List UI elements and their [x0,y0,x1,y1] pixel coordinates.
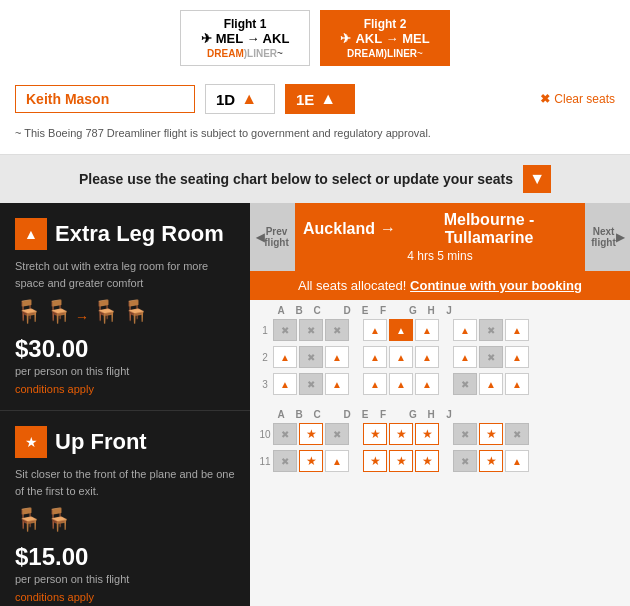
left-panel: ▲ Extra Leg Room Stretch out with extra … [0,203,250,606]
seat-1D[interactable]: ▲ [363,319,387,341]
up-front-header: ★ Up Front [15,426,235,458]
seat-badge-1[interactable]: 1D ▲ [205,84,275,114]
seat-row-2: 2 ▲ ✖ ▲ ▲ ▲ ▲ ▲ ✖ ▲ [258,345,622,369]
plane-icon-1: ✈ [201,31,212,46]
seat-10D[interactable]: ★ [363,423,387,445]
next-flight-button[interactable]: Next flight ▶ [585,203,630,271]
seat-3D[interactable]: ▲ [363,373,387,395]
up-front-section: ★ Up Front Sit closer to the front of th… [0,411,250,606]
person-icon-4: 🪑 [122,299,149,325]
flight-duration: 4 hrs 5 mins [303,249,577,263]
seat-3J[interactable]: ▲ [505,373,529,395]
seat-2C[interactable]: ▲ [325,346,349,368]
col-B: B [290,305,308,316]
extra-leg-price: $30.00 [15,335,235,363]
seat-3A[interactable]: ▲ [273,373,297,395]
flight-tab-1[interactable]: Flight 1 ✈ MEL → AKL DREAM)LINER~ [180,10,310,66]
passenger-row: Keith Mason 1D ▲ 1E ▲ ✖ Clear seats [15,76,615,122]
seat-10G[interactable]: ✖ [453,423,477,445]
seat-11A[interactable]: ✖ [273,450,297,472]
col-labels-row-2: A B C D E F G H J [258,409,622,420]
seat-3G[interactable]: ✖ [453,373,477,395]
instructions-text: Please use the seating chart below to se… [79,171,513,187]
seat-11D[interactable]: ★ [363,450,387,472]
seat-1G[interactable]: ▲ [453,319,477,341]
passenger-name: Keith Mason [15,85,195,113]
person-icon-5: 🪑 [15,507,42,533]
col-F: F [374,305,392,316]
seat-1J[interactable]: ▲ [505,319,529,341]
grid-spacer [258,399,622,409]
seat-10J[interactable]: ✖ [505,423,529,445]
up-front-conditions[interactable]: conditions apply [15,591,235,603]
seat-map-panel: ◀ Prev flight Auckland → Melbourne - Tul… [250,203,630,606]
person-icon-6: 🪑 [45,507,72,533]
person-icon-1: 🪑 [15,299,42,325]
seat-badge-2[interactable]: 1E ▲ [285,84,355,114]
seat-1C[interactable]: ✖ [325,319,349,341]
seat-10C[interactable]: ✖ [325,423,349,445]
extra-leg-title: Extra Leg Room [55,221,224,247]
seat-1H[interactable]: ✖ [479,319,503,341]
seat-1F[interactable]: ▲ [415,319,439,341]
seat-2E[interactable]: ▲ [389,346,413,368]
down-arrow-icon: ▼ [523,165,551,193]
extra-leg-icon: ▲ [15,218,47,250]
seat-3C[interactable]: ▲ [325,373,349,395]
flight-route-display: Auckland → Melbourne - Tullamarine [303,211,577,247]
flight1-brand: DREAM)LINER~ [193,48,297,59]
col-A: A [272,305,290,316]
seat-grid: A B C D E F G H J 1 ✖ ✖ ✖ ▲ ▲ ▲ [250,300,630,481]
seat-10B[interactable]: ★ [299,423,323,445]
extra-leg-price-sub: per person on this flight [15,365,235,377]
seat-3E[interactable]: ▲ [389,373,413,395]
seat-2B[interactable]: ✖ [299,346,323,368]
top-section: Flight 1 ✈ MEL → AKL DREAM)LINER~ Flight… [0,0,630,155]
extra-leg-conditions[interactable]: conditions apply [15,383,235,395]
up-front-icons: 🪑 🪑 [15,507,235,533]
flight-header: Auckland → Melbourne - Tullamarine 4 hrs… [295,203,585,271]
seat-2F[interactable]: ▲ [415,346,439,368]
extra-leg-room-section: ▲ Extra Leg Room Stretch out with extra … [0,203,250,411]
extra-leg-room-header: ▲ Extra Leg Room [15,218,235,250]
seat-row-10: 10 ✖ ★ ✖ ★ ★ ★ ✖ ★ ✖ [258,422,622,446]
seat-2D[interactable]: ▲ [363,346,387,368]
continue-booking-link[interactable]: Continue with your booking [410,278,582,293]
seat-2H[interactable]: ✖ [479,346,503,368]
seat-11G[interactable]: ✖ [453,450,477,472]
seat2-arrow: ▲ [320,90,336,108]
seat-10F[interactable]: ★ [415,423,439,445]
seat-1E[interactable]: ▲ [389,319,413,341]
seat-2A[interactable]: ▲ [273,346,297,368]
seat-11H[interactable]: ★ [479,450,503,472]
seat-11E[interactable]: ★ [389,450,413,472]
plane-icon-2: ✈ [340,31,351,46]
seat-3B[interactable]: ✖ [299,373,323,395]
seat-10A[interactable]: ✖ [273,423,297,445]
seat-11C[interactable]: ▲ [325,450,349,472]
disclaimer: ~ This Boeing 787 Dreamliner flight is s… [15,122,615,144]
row-num-1: 1 [258,325,272,336]
person-icon-3: 🪑 [92,299,119,325]
flight-tab-2[interactable]: Flight 2 ✈ AKL → MEL DREAM)LINER~ [320,10,450,66]
seat-11F[interactable]: ★ [415,450,439,472]
flight2-label: Flight 2 [333,17,437,31]
seat-11B[interactable]: ★ [299,450,323,472]
seat-2G[interactable]: ▲ [453,346,477,368]
seat-11J[interactable]: ▲ [505,450,529,472]
seat-10E[interactable]: ★ [389,423,413,445]
flight2-brand: DREAM)LINER~ [333,48,437,59]
seat-10H[interactable]: ★ [479,423,503,445]
clear-seats-button[interactable]: ✖ Clear seats [540,92,615,106]
seat-3H[interactable]: ▲ [479,373,503,395]
extra-leg-desc: Stretch out with extra leg room for more… [15,258,235,291]
col-E: E [356,305,374,316]
col-C: C [308,305,326,316]
seat-2J[interactable]: ▲ [505,346,529,368]
flight-nav: ◀ Prev flight Auckland → Melbourne - Tul… [250,203,630,271]
prev-flight-button[interactable]: ◀ Prev flight [250,203,295,271]
seat-1A[interactable]: ✖ [273,319,297,341]
up-front-icon: ★ [15,426,47,458]
seat-1B[interactable]: ✖ [299,319,323,341]
seat-3F[interactable]: ▲ [415,373,439,395]
